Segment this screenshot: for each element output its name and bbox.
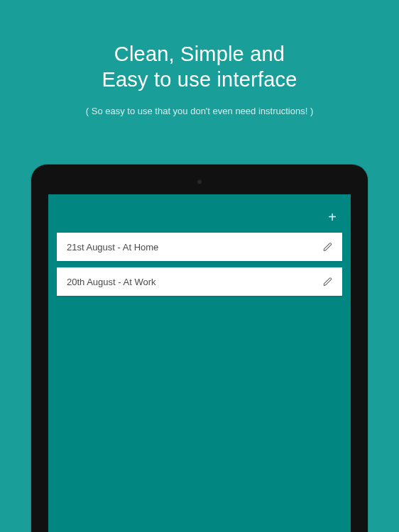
tablet-device: + 21st August - At Home 20th August - At… [31, 165, 368, 532]
pencil-icon[interactable] [323, 277, 332, 287]
hero-subtitle: ( So easy to use that you don't even nee… [0, 106, 399, 116]
add-button[interactable]: + [324, 206, 341, 228]
notes-list: 21st August - At Home 20th August - At W… [48, 233, 351, 296]
hero-title-line2: Easy to use interface [0, 67, 399, 92]
list-item[interactable]: 20th August - At Work [57, 267, 342, 296]
hero-title-line1: Clean, Simple and [0, 41, 399, 67]
list-item-label: 21st August - At Home [67, 242, 158, 253]
plus-icon: + [328, 209, 337, 225]
tablet-camera-icon [197, 179, 202, 184]
list-item[interactable]: 21st August - At Home [57, 233, 342, 261]
app-screen: + 21st August - At Home 20th August - At… [48, 194, 351, 532]
status-bar [48, 194, 351, 201]
pencil-icon[interactable] [323, 243, 332, 252]
app-toolbar: + [48, 201, 351, 233]
hero-title: Clean, Simple and Easy to use interface [0, 41, 399, 93]
list-item-label: 20th August - At Work [67, 277, 156, 287]
hero: Clean, Simple and Easy to use interface … [0, 0, 399, 116]
tablet-bezel: + 21st August - At Home 20th August - At… [31, 165, 368, 532]
